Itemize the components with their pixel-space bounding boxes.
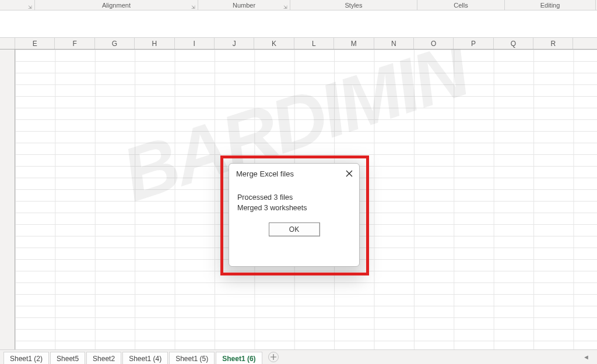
dialog-footer: OK	[229, 213, 359, 243]
sheet-tab[interactable]: Sheet1 (2)	[3, 352, 49, 365]
ribbon-group-label: Alignment	[102, 2, 131, 9]
sheet-tab-bar: Sheet1 (2)Sheet5Sheet2Sheet1 (4)Sheet1 (…	[0, 349, 597, 364]
ribbon-group-label: Cells	[454, 2, 468, 9]
sheet-tab[interactable]: Sheet1 (6)	[216, 352, 262, 365]
ribbon-group-label: Editing	[540, 2, 560, 9]
sheet-tab[interactable]: Sheet1 (5)	[169, 352, 215, 365]
sheet-tab[interactable]: Sheet2	[86, 352, 121, 365]
column-header-L[interactable]: L	[294, 38, 334, 49]
column-header-O[interactable]: O	[414, 38, 454, 49]
ribbon-group-editing: Editing	[505, 0, 596, 10]
close-icon[interactable]	[344, 168, 354, 179]
select-all-corner[interactable]	[0, 38, 15, 49]
column-header-Q[interactable]: Q	[494, 38, 533, 49]
sheet-tab[interactable]: Sheet5	[50, 352, 85, 365]
column-header-H[interactable]: H	[135, 38, 174, 49]
ribbon-group-labels: ⇲Alignment⇲Number⇲StylesCellsEditing	[0, 0, 597, 10]
dialog-titlebar[interactable]: Merge Excel files	[229, 164, 359, 182]
column-header-K[interactable]: K	[254, 38, 294, 49]
ribbon-group-label: Styles	[345, 2, 363, 9]
dialog-body: Processed 3 files Merged 3 worksheets	[229, 182, 359, 213]
dialog-launcher-icon[interactable]: ⇲	[190, 4, 196, 10]
ribbon-group-styles: Styles	[290, 0, 417, 10]
column-header-P[interactable]: P	[454, 38, 493, 49]
column-header-R[interactable]: R	[533, 38, 573, 49]
column-header-N[interactable]: N	[374, 38, 414, 49]
row-headers-column[interactable]	[0, 50, 15, 349]
dialog-title: Merge Excel files	[236, 169, 344, 178]
ribbon-group-label: Number	[233, 2, 255, 9]
formula-bar-area	[0, 10, 597, 38]
ribbon-group-number: Number⇲	[198, 0, 290, 10]
column-header-I[interactable]: I	[175, 38, 215, 49]
tab-scroll-left-icon[interactable]: ◄	[583, 354, 591, 361]
ribbon-group-cells: Cells	[417, 0, 505, 10]
dialog-message-line2: Merged 3 worksheets	[237, 203, 351, 214]
merge-files-dialog: Merge Excel files Processed 3 files Merg…	[229, 163, 360, 267]
ribbon-group-clip: ⇲	[0, 0, 35, 10]
spreadsheet-grid[interactable]: BARDIMIN Merge Excel files Processed 3 f…	[0, 50, 597, 349]
column-headers-row: EFGHIJKLMNOPQR	[0, 38, 597, 50]
column-header-J[interactable]: J	[215, 38, 254, 49]
sheet-tab[interactable]: Sheet1 (4)	[122, 352, 168, 365]
dialog-launcher-icon[interactable]: ⇲	[282, 4, 288, 10]
column-header-E[interactable]: E	[15, 38, 55, 49]
ok-button[interactable]: OK	[269, 222, 320, 236]
column-header-G[interactable]: G	[95, 38, 135, 49]
column-header-M[interactable]: M	[334, 38, 374, 49]
dialog-launcher-icon[interactable]: ⇲	[27, 4, 33, 10]
ribbon-group-alignment: Alignment⇲	[35, 0, 198, 10]
column-header-F[interactable]: F	[55, 38, 94, 49]
dialog-message-line1: Processed 3 files	[237, 193, 351, 203]
new-sheet-button[interactable]	[268, 352, 279, 362]
